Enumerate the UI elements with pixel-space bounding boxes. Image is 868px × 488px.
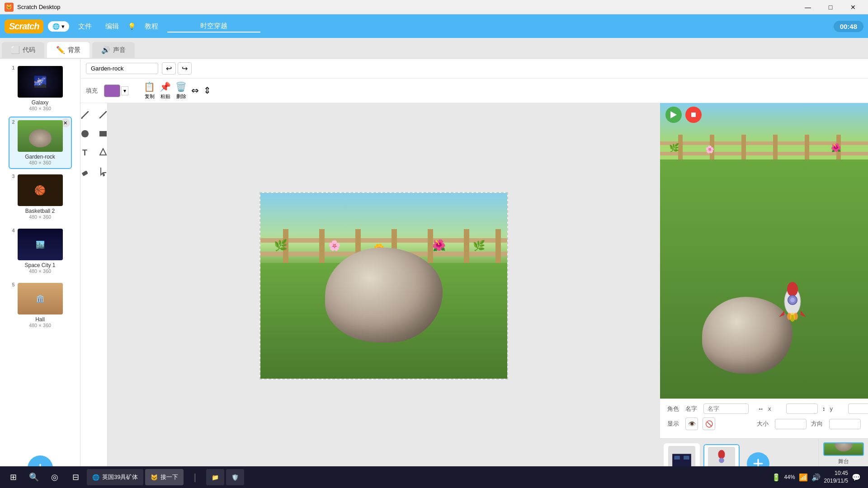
paste-tool[interactable]: 📌 粘贴 (160, 81, 171, 100)
y-field[interactable] (848, 404, 868, 414)
delete-label: 删除 (176, 93, 186, 100)
minimize-button[interactable]: — (797, 0, 818, 14)
tab-code[interactable]: ⬜ 代码 (2, 42, 44, 58)
svg-marker-11 (670, 111, 677, 118)
folder-app[interactable]: 📁 (206, 469, 224, 485)
sprite-name-field[interactable] (703, 404, 749, 414)
language-button[interactable]: 🌐 ▾ (48, 21, 69, 32)
stage-mini-thumbnail[interactable] (823, 442, 864, 456)
plant-1: 🌿 (274, 239, 288, 252)
x-label: x (768, 405, 782, 412)
undo-button[interactable]: ↩ (162, 62, 176, 75)
backdrop-name-2: Garden-rock (12, 154, 68, 160)
scratch-app[interactable]: 🐱 接一下 (145, 469, 184, 485)
notification-icon[interactable]: 💬 (852, 473, 861, 482)
tutorial-menu[interactable]: 教程 (140, 20, 163, 33)
backdrop-icon: ✏️ (56, 46, 65, 54)
editor-main: 🌿 🌸 🌼 🌺 🌿 (108, 103, 660, 488)
maximize-button[interactable]: □ (820, 0, 841, 14)
backdrop-item-2[interactable]: 2 ✕ Garden-rock 480 × 360 (9, 117, 72, 169)
time-display: 10:45 (824, 469, 848, 477)
stage-canvas: 🌿 🌸 🌺 (660, 103, 868, 399)
start-button[interactable]: ⊞ (4, 468, 23, 487)
svg-point-14 (787, 282, 798, 296)
window-title: Scratch Desktop (17, 4, 797, 10)
shield-icon: 🛡️ (231, 474, 239, 481)
fill-color-picker[interactable] (104, 84, 120, 97)
tab-backdrop[interactable]: ✏️ 背景 (47, 42, 90, 58)
svg-point-16 (790, 298, 795, 302)
eraser-tool[interactable] (80, 164, 93, 180)
stage-mini-label: 舞台 (838, 458, 849, 465)
backdrop-item-3[interactable]: 3 🏀 Basketball 2 480 × 360 (9, 171, 72, 223)
titlebar: 🐱 Scratch Desktop — □ ✕ (0, 0, 868, 14)
pencil-tool[interactable] (80, 107, 93, 123)
file-menu[interactable]: 文件 (74, 20, 96, 33)
backdrop-item-5[interactable]: 5 🏛️ Hall 480 × 360 (9, 279, 72, 332)
editor-content-area: T (80, 103, 868, 488)
clock[interactable]: 10:45 2019/11/5 (824, 469, 848, 485)
size-field[interactable] (775, 419, 807, 429)
rock (325, 248, 443, 343)
app-icon: 🐱 (5, 3, 14, 12)
backdrop-canvas[interactable]: 🌿 🌸 🌼 🌺 🌿 (259, 192, 508, 380)
backdrop-name-3: Basketball 2 (12, 208, 68, 214)
edit-menu[interactable]: 编辑 (101, 20, 123, 33)
circle-tool[interactable] (80, 126, 93, 142)
backdrop-size-4: 480 × 360 (12, 268, 68, 274)
svg-line-5 (100, 112, 106, 118)
y-arrow-icon: ↕ (822, 405, 826, 412)
taskbar: ⊞ 🔍 ◎ ⊟ 🌐 英国39具矿体 🐱 接一下 | 📁 🛡️ 🔋 44% 📶 🔊… (0, 466, 868, 488)
stop-button[interactable] (685, 107, 702, 123)
plant-5: 🌿 (473, 240, 485, 252)
show-visible-button[interactable]: 👁️ (685, 418, 698, 430)
text-tool[interactable]: T (80, 145, 93, 161)
battery-icon: 🔋 (772, 473, 781, 482)
lang-arrow: ▾ (61, 23, 65, 30)
tab-sound[interactable]: 🔊 声音 (92, 42, 135, 58)
sprite-info-row-1: 角色 名字 ↔ x ↕ y (667, 404, 861, 414)
timer-display: 00:48 (834, 21, 863, 32)
backdrop-size-3: 480 × 360 (12, 214, 68, 220)
backdrop-num-2: 2 (12, 119, 15, 125)
backdrop-item-1[interactable]: 1 🌌 Galaxy 480 × 360 (9, 62, 72, 115)
backdrop-size-5: 480 × 360 (12, 323, 68, 328)
file-manager-button[interactable]: ⊟ (66, 468, 85, 487)
close-button[interactable]: ✕ (843, 0, 863, 14)
undo-redo-group: ↩ ↪ (162, 62, 192, 75)
sprite-label: 角色 (667, 405, 681, 413)
pencil-row (80, 107, 111, 123)
green-flag-button[interactable] (665, 107, 682, 123)
backdrop-name-input[interactable] (86, 63, 158, 74)
redo-button[interactable]: ↪ (178, 62, 192, 75)
size-label: 大小 (757, 420, 770, 428)
search-button[interactable]: 🔍 (24, 468, 43, 487)
shield-app[interactable]: 🛡️ (226, 469, 244, 485)
svg-marker-18 (801, 310, 806, 317)
delete-tool[interactable]: 🗑️ 删除 (175, 81, 187, 100)
globe-icon: 🌐 (52, 23, 60, 30)
svg-rect-10 (81, 170, 88, 176)
copy-tool[interactable]: 📋 复制 (144, 81, 155, 100)
x-field[interactable] (786, 404, 818, 414)
scratch-logo[interactable]: Scratch (5, 19, 43, 33)
editor-toolbar: ↩ ↪ (80, 59, 868, 79)
project-title-input[interactable] (167, 20, 260, 33)
backdrop-item-4[interactable]: 4 🏙️ Space City 1 480 × 360 (9, 225, 72, 277)
backdrop-size-2: 480 × 360 (12, 160, 68, 165)
task-view-button[interactable]: ◎ (45, 468, 64, 487)
flip-h-tool[interactable]: ⇔ (191, 85, 199, 97)
main-area: 1 🌌 Galaxy 480 × 360 2 ✕ Garden-rock 480… (0, 59, 868, 488)
paste-label: 粘贴 (160, 93, 170, 100)
backdrop-num-1: 1 (12, 65, 15, 70)
rocket-sprite (777, 281, 808, 326)
flip-v-tool[interactable]: ⇕ (203, 85, 211, 97)
show-hidden-button[interactable]: 🚫 (703, 418, 715, 430)
ie-app[interactable]: 🌐 英国39具矿体 (87, 469, 143, 485)
canvas-background: 🌿 🌸 🌼 🌺 🌿 (260, 193, 507, 379)
fill-dropdown-btn[interactable]: ▾ (121, 86, 128, 95)
menubar: Scratch 🌐 ▾ 文件 编辑 💡 教程 00:48 (0, 14, 868, 38)
erase-row (80, 164, 111, 180)
dir-field[interactable] (829, 419, 861, 429)
y-label: y (830, 405, 844, 412)
